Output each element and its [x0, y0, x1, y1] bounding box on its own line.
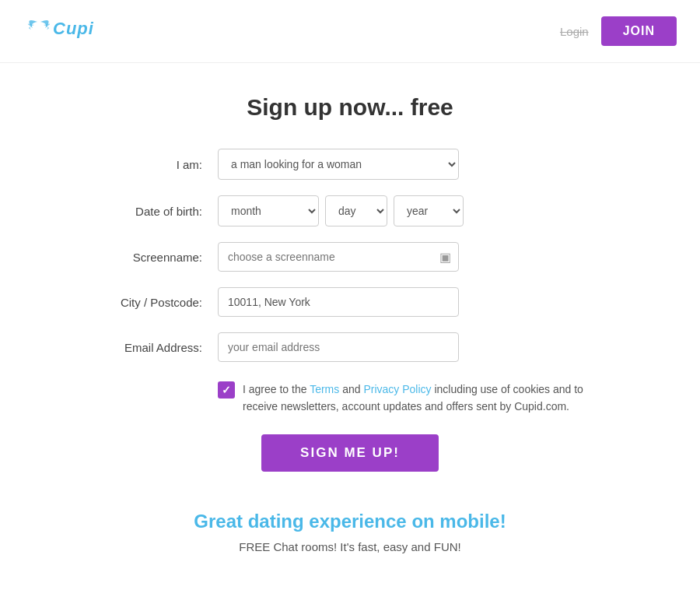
dob-label: Date of birth:: [93, 205, 218, 218]
checkmark-icon: ✓: [222, 384, 231, 396]
signup-form: I am: a man looking for a woman a woman …: [93, 149, 607, 362]
svg-text:Cupid: Cupid: [53, 19, 93, 38]
main-content: Sign up now... free I am: a man looking …: [78, 63, 622, 585]
email-input[interactable]: [218, 332, 459, 362]
terms-link[interactable]: Terms: [310, 383, 339, 395]
promo-section: Great dating experience on mobile! FREE …: [93, 503, 607, 553]
email-field: [218, 332, 607, 362]
city-label: City / Postcode:: [93, 296, 218, 309]
email-label: Email Address:: [93, 341, 218, 354]
dob-row: Date of birth: month January February Ma…: [93, 195, 607, 226]
promo-subtitle: FREE Chat rooms! It's fast, easy and FUN…: [93, 540, 607, 553]
header-actions: Login JOIN: [560, 16, 677, 46]
screenname-field: ▣: [218, 242, 607, 272]
agree-text: I agree to the Terms and Privacy Policy …: [243, 381, 607, 416]
iam-row: I am: a man looking for a woman a woman …: [93, 149, 607, 180]
logo-svg: Cupid: [23, 11, 93, 45]
page-title: Sign up now... free: [93, 94, 607, 121]
month-select[interactable]: month January February March April May J…: [218, 195, 319, 226]
site-header: Cupid Login JOIN: [0, 0, 700, 63]
agree-checkbox[interactable]: ✓: [218, 381, 235, 399]
privacy-link[interactable]: Privacy Policy: [363, 383, 431, 395]
screenname-input[interactable]: [218, 242, 459, 272]
screenname-row: Screenname: ▣: [93, 242, 607, 272]
signup-button[interactable]: SIGN ME UP!: [261, 434, 439, 472]
city-input[interactable]: [218, 287, 459, 317]
day-select[interactable]: day: [325, 195, 387, 226]
city-row: City / Postcode:: [93, 287, 607, 317]
year-select[interactable]: year: [394, 195, 464, 226]
signup-button-wrap: SIGN ME UP!: [93, 434, 607, 472]
dob-group: month January February March April May J…: [218, 195, 607, 226]
email-row: Email Address:: [93, 332, 607, 362]
dob-field: month January February March April May J…: [218, 195, 607, 226]
iam-label: I am:: [93, 158, 218, 171]
iam-field: a man looking for a woman a woman lookin…: [218, 149, 607, 180]
agree-row: ✓ I agree to the Terms and Privacy Polic…: [218, 381, 607, 416]
join-button[interactable]: JOIN: [601, 16, 677, 46]
logo-text: Cupid: [23, 23, 93, 51]
logo: Cupid: [23, 11, 93, 51]
screenname-wrapper: ▣: [218, 242, 459, 272]
promo-title: Great dating experience on mobile!: [93, 511, 607, 532]
screenname-label: Screenname:: [93, 251, 218, 264]
login-link[interactable]: Login: [560, 25, 589, 38]
city-field: [218, 287, 607, 317]
iam-select[interactable]: a man looking for a woman a woman lookin…: [218, 149, 459, 180]
